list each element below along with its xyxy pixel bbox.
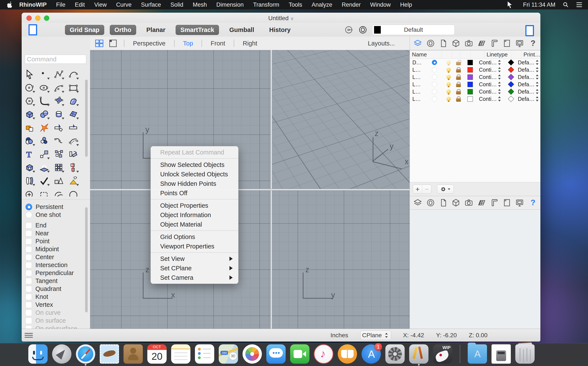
osnap-near[interactable]: Near xyxy=(25,229,86,237)
record-history-circle-icon[interactable] xyxy=(359,25,367,34)
layer-lock-icon[interactable] xyxy=(456,91,461,94)
dock-item-notes[interactable] xyxy=(171,344,190,364)
tool-array-button[interactable] xyxy=(52,161,65,174)
tool-circle-button[interactable] xyxy=(23,81,36,94)
menu-item-points-off[interactable]: Points Off xyxy=(151,188,238,198)
tool-dupe-button[interactable] xyxy=(52,148,65,161)
layer-color-swatch[interactable] xyxy=(467,89,473,94)
dock-item-calendar[interactable]: OCT20 xyxy=(147,344,167,364)
tool-curve-button[interactable] xyxy=(67,68,80,81)
layer-color-swatch[interactable] xyxy=(467,82,473,87)
print-color-diamond[interactable] xyxy=(508,89,514,95)
apple-icon[interactable] xyxy=(7,1,13,8)
toggle-smarttrack[interactable]: SmartTrack xyxy=(176,25,219,35)
menubar-item-dimension[interactable]: Dimension xyxy=(216,1,244,8)
layer-visibility-bulb-icon[interactable] xyxy=(446,90,451,94)
tab-front[interactable]: Front xyxy=(202,40,234,47)
four-viewports-icon[interactable] xyxy=(95,39,104,48)
notes-icon[interactable] xyxy=(438,198,448,207)
menu-item-set-cplane[interactable]: Set CPlane xyxy=(151,263,238,273)
notes-icon[interactable] xyxy=(438,39,448,48)
layer-color-swatch[interactable] xyxy=(467,96,473,102)
menubar-item-tools[interactable]: Tools xyxy=(289,1,302,8)
dock-item-messages[interactable] xyxy=(266,344,286,364)
layer-color-swatch[interactable] xyxy=(467,60,473,65)
layer-settings-button[interactable] xyxy=(437,185,454,194)
cplane-select[interactable]: CPlane xyxy=(360,331,391,340)
dock-item-reminders[interactable] xyxy=(195,344,214,364)
tool-fbox-button[interactable] xyxy=(23,161,36,174)
materials-icon[interactable] xyxy=(426,198,435,207)
menubar-item-help[interactable]: Help xyxy=(400,1,412,8)
layer-row[interactable]: L…Conti…Defa… xyxy=(410,81,540,88)
tool-arc-button[interactable] xyxy=(52,81,65,94)
print-color-diamond[interactable] xyxy=(508,74,514,80)
layouts-button[interactable]: Layouts... xyxy=(368,40,395,47)
layers-icon[interactable] xyxy=(413,39,422,48)
tool-insert-button[interactable] xyxy=(67,161,80,174)
dock-item-appstore[interactable]: 1 xyxy=(362,344,381,364)
menu-item-unlock-selected-objects[interactable]: Unlock Selected Objects xyxy=(151,169,238,179)
layer-print-width[interactable]: Defa… xyxy=(518,96,535,102)
osnap-center[interactable]: Center xyxy=(25,253,86,261)
layer-row[interactable]: L…Conti…Defa… xyxy=(410,88,540,95)
tool-patch-button[interactable] xyxy=(52,94,65,108)
viewport-perspective[interactable]: zyx xyxy=(272,50,410,189)
help-icon[interactable]: ? xyxy=(528,198,537,207)
tool-geo-button[interactable] xyxy=(52,174,65,188)
menu-item-grid-options[interactable]: Grid Options xyxy=(151,232,238,242)
toggle-gumball[interactable]: Gumball xyxy=(225,25,259,35)
dock-item-itunes[interactable] xyxy=(314,344,333,364)
tool-cursor-button[interactable] xyxy=(23,68,36,81)
tool-explode-button[interactable] xyxy=(38,121,51,134)
notification-center-icon[interactable] xyxy=(576,2,582,8)
remove-layer-button[interactable]: − xyxy=(422,185,431,193)
osnap-vertex[interactable]: Vertex xyxy=(25,301,86,309)
tool-extrude-button[interactable] xyxy=(38,161,51,174)
tool-spheres-button[interactable] xyxy=(38,108,51,121)
help-icon[interactable]: ? xyxy=(528,39,537,48)
current-layer-radio[interactable] xyxy=(432,67,437,72)
commands-icon[interactable] xyxy=(490,39,499,48)
layer-row[interactable]: L…Conti…Defa… xyxy=(410,66,540,73)
dock-item-finder[interactable] xyxy=(28,344,48,364)
print-color-diamond[interactable] xyxy=(508,67,514,73)
layer-color-swatch[interactable] xyxy=(467,75,473,80)
current-layer-radio[interactable] xyxy=(432,75,437,80)
layer-linetype[interactable]: Conti… xyxy=(479,81,497,88)
menubar-item-edit[interactable]: Edit xyxy=(75,1,85,8)
tool-bool-button[interactable] xyxy=(23,134,36,148)
dock-item-ibooks[interactable] xyxy=(338,344,357,364)
column-header-g3[interactable] xyxy=(460,50,471,59)
menubar-item-file[interactable]: File xyxy=(56,1,65,8)
materials-icon[interactable] xyxy=(426,39,435,48)
tool-offset-button[interactable] xyxy=(67,134,80,148)
display-icon[interactable] xyxy=(515,39,524,48)
grid-icon[interactable] xyxy=(477,39,486,48)
tool-polygon-button[interactable] xyxy=(23,94,36,108)
tool-point-button[interactable] xyxy=(38,68,51,81)
menubar-item-transform[interactable]: Transform xyxy=(253,1,279,8)
menubar-item-solid[interactable]: Solid xyxy=(171,1,183,8)
tool-crvpt-button[interactable] xyxy=(52,134,65,148)
left-sidebar-toggle-button[interactable] xyxy=(29,24,37,35)
tool-check-button[interactable] xyxy=(38,174,51,188)
tool-srf2-button[interactable] xyxy=(67,108,80,121)
osnap-on-curve[interactable]: On curve xyxy=(25,309,86,317)
layer-print-width[interactable]: Defa… xyxy=(518,67,535,73)
osnap-quadrant[interactable]: Quadrant xyxy=(25,285,86,293)
snapshot-icon[interactable] xyxy=(464,198,474,207)
window-title[interactable]: Untitled∨ xyxy=(22,15,540,22)
dock-item-system-preferences[interactable] xyxy=(385,344,405,364)
window-titlebar[interactable]: Untitled∨ xyxy=(22,13,540,23)
osnap-intersection[interactable]: Intersection xyxy=(25,261,86,269)
tool-balls-button[interactable] xyxy=(38,134,51,148)
units-label[interactable]: Inches xyxy=(331,332,348,339)
layer-lock-icon[interactable] xyxy=(456,62,461,65)
dock-item-safari[interactable] xyxy=(76,344,95,364)
osnap-tangent[interactable]: Tangent xyxy=(25,277,86,285)
tool-cyl-button[interactable] xyxy=(52,108,65,121)
print-color-diamond[interactable] xyxy=(508,60,514,65)
menu-item-set-view[interactable]: Set View xyxy=(151,254,238,263)
layer-visibility-bulb-icon[interactable] xyxy=(446,97,451,101)
